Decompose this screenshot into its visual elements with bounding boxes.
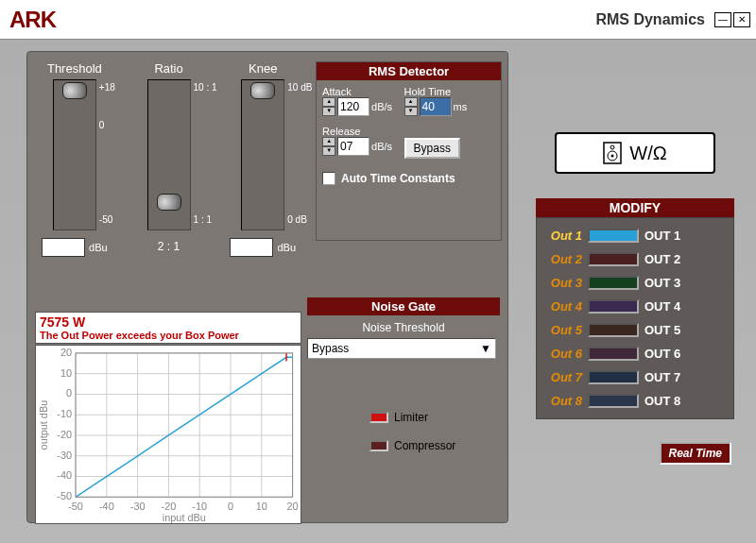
limiter-swatch (369, 412, 388, 423)
bypass-button[interactable]: Bypass (404, 138, 460, 159)
svg-text:-40: -40 (99, 501, 114, 512)
attack-input[interactable]: 120 (337, 97, 369, 116)
window-title: RMS Dynamics (595, 11, 705, 28)
modify-panel: MODIFY Out 1OUT 1Out 2OUT 2Out 3OUT 3Out… (536, 198, 734, 419)
out-select-button[interactable] (588, 252, 639, 266)
output-row-8: Out 8OUT 8 (542, 389, 728, 413)
legend-compressor: Compressor (394, 439, 455, 452)
out-select-button[interactable] (588, 299, 639, 314)
svg-text:output dBu: output dBu (38, 400, 49, 450)
svg-point-36 (610, 145, 614, 149)
legend-limiter: Limiter (394, 411, 428, 424)
chevron-down-icon: ▼ (480, 342, 491, 355)
out-select-button[interactable] (588, 370, 639, 384)
svg-text:-20: -20 (57, 429, 72, 440)
output-row-3: Out 3OUT 3 (542, 271, 728, 295)
transfer-chart: -50-40-30-20-1001020-50-40-30-20-1001020… (35, 345, 301, 524)
out-label: Out 6 (542, 347, 582, 361)
svg-text:10: 10 (256, 501, 267, 512)
out-label: Out 4 (542, 299, 582, 314)
out-name: OUT 6 (644, 347, 680, 361)
svg-text:-20: -20 (162, 501, 177, 512)
svg-text:input dBu: input dBu (163, 512, 206, 523)
out-name: OUT 2 (644, 252, 680, 266)
knee-value[interactable]: 4.0 (230, 238, 273, 257)
svg-text:0: 0 (66, 387, 72, 399)
out-select-button[interactable] (588, 276, 639, 290)
hold-spinner[interactable]: ▲▼ (404, 97, 418, 116)
threshold-label: Threshold (33, 61, 116, 76)
watts-ohms-button[interactable]: W/Ω (555, 132, 715, 174)
out-name: OUT 4 (644, 299, 680, 314)
out-name: OUT 7 (644, 370, 680, 384)
minimize-button[interactable]: — (714, 12, 731, 27)
power-value: 7575 W (40, 314, 297, 330)
svg-text:20: 20 (287, 501, 299, 512)
release-input[interactable]: 07 (337, 137, 369, 156)
svg-text:20: 20 (60, 347, 72, 358)
ratio-label: Ratio (128, 61, 211, 76)
svg-text:-50: -50 (68, 501, 83, 512)
main-panel: Threshold +18 0 -50 18.0 dBu Ratio (26, 51, 508, 523)
gate-threshold-select[interactable]: Bypass ▼ (307, 338, 496, 359)
gate-header: Noise Gate (307, 297, 500, 315)
speaker-icon (603, 142, 622, 164)
out-label: Out 5 (542, 323, 582, 337)
compressor-swatch (369, 440, 388, 451)
output-row-5: Out 5OUT 5 (542, 318, 728, 342)
svg-text:10: 10 (60, 367, 72, 379)
attack-spinner[interactable]: ▲▼ (322, 97, 335, 116)
svg-text:-40: -40 (57, 469, 72, 481)
output-row-4: Out 4OUT 4 (542, 295, 728, 318)
noise-gate-panel: Noise Gate Noise Threshold Bypass ▼ (307, 297, 500, 359)
close-button[interactable]: ✕ (733, 12, 750, 27)
out-select-button[interactable] (588, 323, 639, 337)
gate-threshold-label: Noise Threshold (307, 321, 500, 334)
threshold-value[interactable]: 18.0 (42, 238, 85, 257)
out-label: Out 3 (542, 276, 582, 290)
svg-text:-10: -10 (192, 501, 207, 512)
attack-label: Attack (322, 86, 392, 97)
ratio-slider[interactable]: 10 : 1 1 : 1 (147, 79, 191, 230)
out-label: Out 8 (542, 394, 582, 408)
release-label: Release (322, 126, 392, 137)
output-row-7: Out 7OUT 7 (542, 365, 728, 389)
auto-time-label: Auto Time Constants (341, 172, 455, 185)
out-label: Out 2 (542, 252, 582, 266)
svg-text:-30: -30 (57, 450, 72, 461)
hold-input[interactable]: 40 (420, 97, 452, 116)
realtime-button[interactable]: Real Time (660, 442, 731, 465)
svg-text:-10: -10 (57, 408, 72, 419)
svg-text:-50: -50 (57, 490, 72, 501)
rms-detector-panel: RMS Detector Attack ▲▼ 120 dB/s Hold Tim… (316, 61, 502, 241)
svg-text:0: 0 (228, 501, 233, 512)
out-name: OUT 8 (644, 394, 680, 408)
hold-label: Hold Time (404, 86, 468, 97)
chart-legend: Limiter Compressor (369, 411, 455, 467)
auto-time-checkbox[interactable] (322, 172, 335, 185)
out-select-button[interactable] (588, 394, 639, 408)
out-name: OUT 3 (644, 276, 680, 290)
out-label: Out 7 (542, 370, 582, 384)
out-label: Out 1 (542, 229, 582, 243)
out-select-button[interactable] (588, 347, 639, 361)
rms-header: RMS Detector (317, 62, 501, 80)
power-warning: 7575 W The Out Power exceeds your Box Po… (35, 312, 301, 344)
svg-point-38 (611, 155, 614, 158)
power-message: The Out Power exceeds your Box Power (40, 330, 297, 341)
knee-label: Knee (221, 61, 304, 76)
output-row-6: Out 6OUT 6 (542, 342, 728, 365)
brand-logo: ARK (9, 7, 56, 33)
release-spinner[interactable]: ▲▼ (322, 137, 335, 156)
out-name: OUT 5 (644, 323, 680, 337)
svg-text:-30: -30 (130, 501, 146, 512)
threshold-slider[interactable]: +18 0 -50 (53, 79, 96, 230)
out-name: OUT 1 (644, 229, 680, 243)
modify-header: MODIFY (536, 198, 734, 217)
output-row-1: Out 1OUT 1 (542, 224, 728, 247)
output-row-2: Out 2OUT 2 (542, 247, 728, 271)
ratio-value: 2 : 1 (147, 238, 191, 257)
knee-slider[interactable]: 10 dB 0 dB (241, 79, 284, 230)
out-select-button[interactable] (588, 229, 639, 243)
